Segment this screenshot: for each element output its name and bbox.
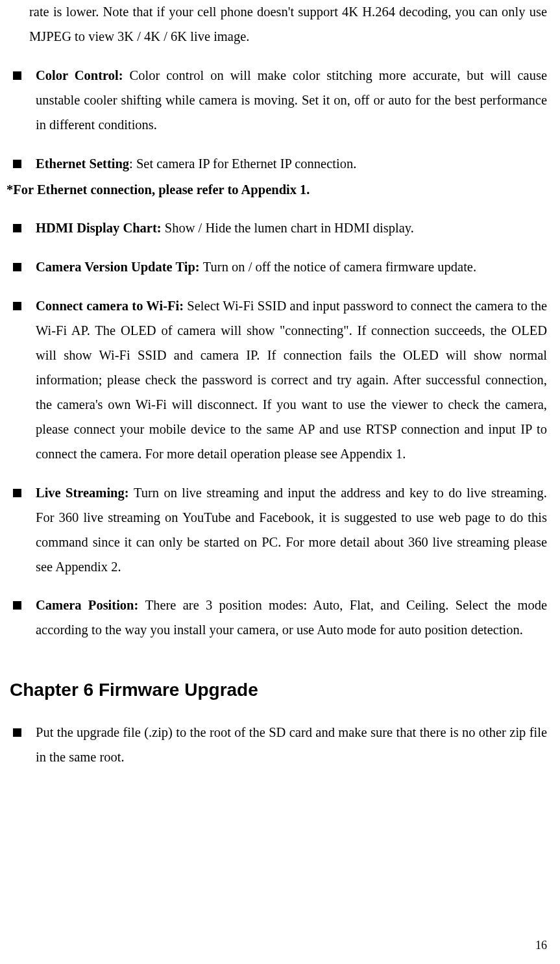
square-bullet-icon: [13, 601, 21, 610]
page-number: 16: [535, 935, 547, 956]
list-item: Camera Version Update Tip: Turn on / off…: [29, 255, 547, 280]
item-title: Camera Position:: [36, 598, 145, 612]
square-bullet-icon: [13, 489, 21, 497]
bullet-text: Live Streaming: Turn on live streaming a…: [36, 481, 547, 580]
square-bullet-icon: [13, 160, 21, 168]
bullet-text: Connect camera to Wi-Fi: Select Wi-Fi SS…: [36, 294, 547, 466]
list-item: Put the upgrade file (.zip) to the root …: [29, 721, 547, 770]
item-body: Show / Hide the lumen chart in HDMI disp…: [165, 221, 414, 235]
bullet-text: Color Control: Color control on will mak…: [36, 64, 547, 138]
list-item: Camera Position: There are 3 position mo…: [29, 593, 547, 643]
list-item: Ethernet Setting: Set camera IP for Ethe…: [29, 152, 547, 177]
item-title: Ethernet Setting: [36, 156, 129, 171]
list-item: HDMI Display Chart: Show / Hide the lume…: [29, 216, 547, 241]
square-bullet-icon: [13, 728, 21, 737]
item-body: Turn on / off the notice of camera firmw…: [203, 260, 476, 274]
list-item: Color Control: Color control on will mak…: [29, 64, 547, 138]
item-title: Live Streaming:: [36, 486, 134, 500]
list-item: Live Streaming: Turn on live streaming a…: [29, 481, 547, 580]
square-bullet-icon: [13, 71, 21, 80]
bullet-text: Ethernet Setting: Set camera IP for Ethe…: [36, 152, 547, 177]
top-fragment-text: rate is lower. Note that if your cell ph…: [29, 0, 547, 49]
square-bullet-icon: [13, 263, 21, 271]
item-title: HDMI Display Chart:: [36, 221, 165, 235]
item-title: Color Control:: [36, 68, 130, 82]
item-body: Select Wi-Fi SSID and input password to …: [36, 299, 547, 461]
bullet-text: Put the upgrade file (.zip) to the root …: [36, 721, 547, 770]
bullet-text: Camera Position: There are 3 position mo…: [36, 593, 547, 643]
list-item: Connect camera to Wi-Fi: Select Wi-Fi SS…: [29, 294, 547, 466]
item-body: : Set camera IP for Ethernet IP connecti…: [129, 156, 356, 171]
ethernet-note: *For Ethernet connection, please refer t…: [6, 178, 547, 203]
bullet-text: Camera Version Update Tip: Turn on / off…: [36, 255, 547, 280]
item-title: Camera Version Update Tip:: [36, 260, 203, 274]
chapter-heading: Chapter 6 Firmware Upgrade: [10, 678, 547, 702]
bullet-text: HDMI Display Chart: Show / Hide the lume…: [36, 216, 547, 241]
square-bullet-icon: [13, 302, 21, 310]
item-body: Put the upgrade file (.zip) to the root …: [36, 725, 547, 764]
square-bullet-icon: [13, 224, 21, 232]
item-title: Connect camera to Wi-Fi:: [36, 299, 187, 313]
